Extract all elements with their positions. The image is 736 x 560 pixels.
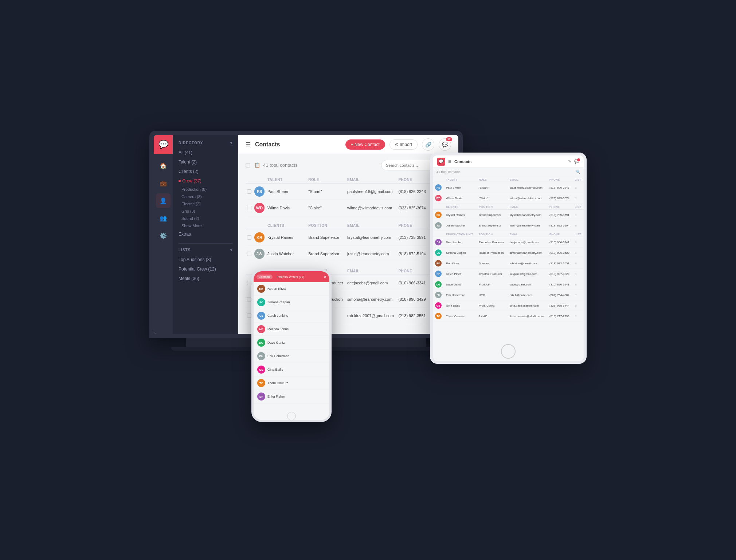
tablet-scroll[interactable]: TALENT ROLE EMAIL PHONE LIST PS Paul She…: [433, 176, 584, 342]
tablet-avatar: DG: [435, 281, 442, 288]
row-checkbox[interactable]: [247, 313, 251, 318]
tablet-row[interactable]: DG Dave GantzProducerdave@ganz.com(310) …: [433, 279, 584, 290]
notification-button[interactable]: 💬 12: [439, 138, 451, 151]
tablet-row[interactable]: PS Paul Sheen"Stuart"paulsheen18@gmail.c…: [433, 182, 584, 193]
lists-label: LISTS ▾: [173, 248, 238, 255]
sidebar-panel: DIRECTORY ▾ All (41) Talent (2) Clients …: [173, 135, 238, 334]
link-button[interactable]: 🔗: [422, 138, 434, 151]
tablet: 💬 ☰ Contacts ✎ 💬 41 total contacts 🔍 TAL…: [430, 153, 587, 364]
nav-briefcase-icon[interactable]: 💼: [156, 176, 171, 190]
table-row[interactable]: JW Justin Watcher Brand Supervisor justi…: [246, 245, 451, 262]
list-item[interactable]: CJ Caleb Jenkins: [254, 309, 329, 323]
tablet-menu-icon[interactable]: ☰: [448, 159, 451, 163]
list-item[interactable]: SC Simona Clapan: [254, 296, 329, 309]
tablet-avatar: EH: [435, 292, 442, 298]
list-item[interactable]: EF Erika Fisher: [254, 390, 329, 403]
tablet-section-clients: CLIENTSPOSITIONEMAILPHONELIST: [433, 204, 584, 210]
talent-header-row: TALENT ROLE EMAIL PHONE LIST: [246, 175, 451, 184]
sidebar-sub-electric[interactable]: Electric (2): [173, 200, 238, 208]
avatar: KR: [254, 232, 265, 242]
tablet-row[interactable]: KR Krystal RainesBrand Supervisorkrystal…: [433, 210, 584, 220]
tablet-row[interactable]: JW Justin WatcherBrand Supervisorjustin@…: [433, 220, 584, 231]
tablet-row[interactable]: SC Simona ClapanHead of Productionsimona…: [433, 248, 584, 258]
search-input[interactable]: [386, 163, 437, 167]
avatar: PS: [254, 186, 265, 197]
tablet-home-button[interactable]: [501, 344, 516, 359]
row-checkbox[interactable]: [247, 252, 251, 256]
tablet-row[interactable]: KP Kevin PinesCreative Producerkevpines@…: [433, 269, 584, 279]
phone-topbar: Contacts Potential Writers (13) ✕: [254, 271, 329, 282]
sidebar-item-extras[interactable]: Extras: [173, 229, 238, 239]
tablet-row[interactable]: TC Thom Couture1st ADthom.couture@studio…: [433, 311, 584, 322]
nav-contacts-icon[interactable]: 👤: [156, 193, 171, 208]
tablet-row[interactable]: GB Gina BailisProd. Coord.gina.bailis@ae…: [433, 300, 584, 311]
sidebar-item-clients[interactable]: Clients (2): [173, 167, 238, 176]
logo-box[interactable]: 💬: [154, 135, 173, 154]
tablet-edit-icon[interactable]: ✎: [568, 159, 571, 164]
select-all-checkbox[interactable]: [246, 163, 250, 167]
sidebar-list-meals[interactable]: Meals (36): [173, 274, 238, 283]
tablet-avatar: RK: [435, 260, 442, 267]
phone-home-bar: [254, 413, 329, 420]
sidebar-list-auditions[interactable]: Top Auditions (3): [173, 255, 238, 264]
row-checkbox[interactable]: [247, 189, 251, 194]
tablet-row[interactable]: RK Rob KirzaDirectorrob.kirza@gmail.com(…: [433, 258, 584, 269]
table-row[interactable]: PS Paul Sheen "Stuart" paulsheen18@gmail…: [246, 184, 451, 200]
tablet-row[interactable]: EH Erik HobermanUPMerik.h@holie.com(562)…: [433, 290, 584, 300]
nav-group-icon[interactable]: 👥: [156, 211, 171, 225]
phone-close-icon[interactable]: ✕: [324, 275, 326, 279]
sidebar-sub-showmore[interactable]: Show More..: [173, 222, 238, 229]
tablet-avatar: TC: [435, 313, 442, 319]
row-checkbox[interactable]: [247, 235, 251, 240]
phone: Contacts Potential Writers (13) ✕ RK Rob…: [251, 269, 332, 422]
import-button[interactable]: ⊙ Import: [389, 139, 418, 150]
phone-avatar: EH: [257, 352, 265, 360]
tablet-notification-btn[interactable]: 💬: [574, 159, 579, 164]
sidebar-sub-grip[interactable]: Grip (3): [173, 208, 238, 215]
sidebar-icons: 💬 🏠 💼 👤 👥 ⚙️: [154, 135, 173, 334]
sidebar-item-all[interactable]: All (41): [173, 148, 238, 157]
row-checkbox[interactable]: [247, 281, 251, 285]
new-contact-button[interactable]: + New Contact: [345, 139, 385, 150]
phone-avatar: TC: [257, 379, 265, 387]
tablet-avatar: KR: [435, 212, 442, 218]
list-item[interactable]: MJ Melinda Johns: [254, 323, 329, 336]
tablet-section-talent: TALENT ROLE EMAIL PHONE LIST: [433, 176, 584, 182]
tablet-inner: 💬 ☰ Contacts ✎ 💬 41 total contacts 🔍 TAL…: [433, 155, 584, 361]
tablet-logo: 💬: [437, 158, 445, 166]
phone-avatar: MJ: [257, 325, 265, 333]
total-count: 📋 41 total contacts: [254, 162, 377, 168]
list-item[interactable]: RK Robert Kirza: [254, 282, 329, 296]
table-row[interactable]: KR Krystal Raines Brand Supervisor kryst…: [246, 229, 451, 245]
tablet-avatar: WD: [435, 195, 442, 201]
list-item[interactable]: GB Gina Bailis: [254, 363, 329, 376]
phone-avatar: EF: [257, 393, 265, 401]
sidebar-sub-production[interactable]: Production (8): [173, 186, 238, 193]
app-logo-icon: 💬: [158, 140, 168, 149]
topbar-menu-icon[interactable]: ☰: [246, 141, 251, 148]
scene: 💬 🏠 💼 👤 👥 ⚙️ DIRECTORY ▾: [149, 131, 587, 429]
nav-home-icon[interactable]: 🏠: [156, 158, 171, 173]
tablet-row[interactable]: WD Wilma Davis"Claire"wilma@wilmaddavis.…: [433, 193, 584, 204]
phone-tab-writers[interactable]: Potential Writers (13): [275, 275, 306, 279]
phone-home-button[interactable]: [287, 412, 296, 421]
row-checkbox[interactable]: [247, 206, 251, 210]
page-title: Contacts: [255, 141, 341, 148]
sidebar-sub-sound[interactable]: Sound (2): [173, 215, 238, 222]
nav-settings-icon[interactable]: ⚙️: [156, 228, 171, 243]
tablet-avatar: SC: [435, 249, 442, 256]
list-item[interactable]: DG Dave Gantz: [254, 336, 329, 350]
row-checkbox[interactable]: [247, 297, 251, 301]
sidebar-list-crew[interactable]: Potential Crew (12): [173, 264, 238, 274]
phone-avatar: SC: [257, 298, 265, 306]
phone-tab-contacts[interactable]: Contacts: [257, 275, 273, 279]
tablet-avatar: DJ: [435, 239, 442, 245]
sidebar-item-crew[interactable]: Crew (37): [173, 176, 238, 186]
sidebar-sub-camera[interactable]: Camera (8): [173, 193, 238, 200]
tablet-table: TALENT ROLE EMAIL PHONE LIST PS Paul She…: [433, 176, 584, 322]
tablet-row[interactable]: DJ Dee JacobsExecutive Producerdeejacobs…: [433, 237, 584, 248]
list-item[interactable]: EH Erik Hoberman: [254, 350, 329, 363]
table-row[interactable]: WD Wilma Davis "Claire" wilma@wilmaddavi…: [246, 200, 451, 216]
sidebar-item-talent[interactable]: Talent (2): [173, 157, 238, 167]
list-item[interactable]: TC Thom Couture: [254, 376, 329, 390]
